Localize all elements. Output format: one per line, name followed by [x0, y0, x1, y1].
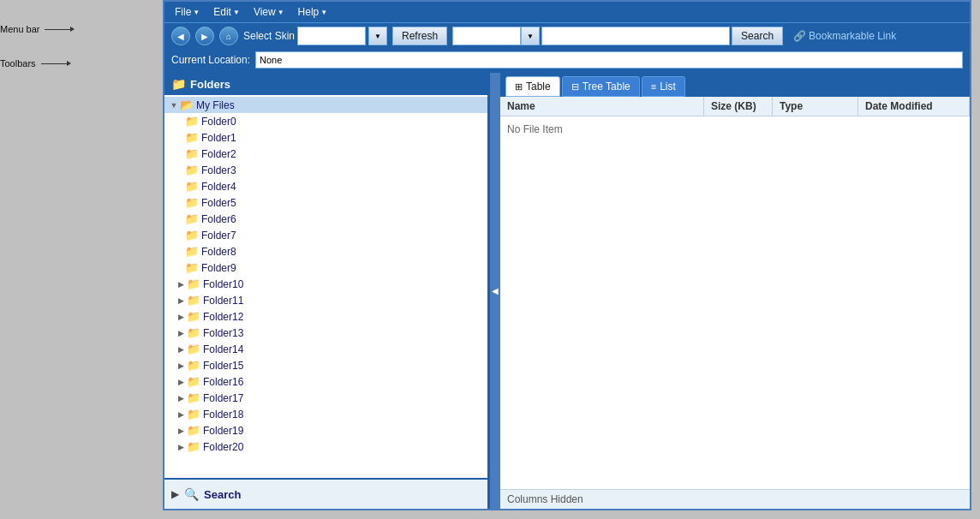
right-panel: ⊞ Table ⊟ Tree Table ≡ List Name [500, 73, 970, 509]
list-item[interactable]: ▶📁Folder17 [164, 390, 487, 406]
list-item[interactable]: 📁Folder2 [164, 146, 487, 162]
bookmark-link-label: Bookmarkable Link [809, 30, 896, 42]
folder-toggle[interactable]: ▶ [175, 409, 187, 421]
tab-list[interactable]: ≡ List [642, 76, 685, 97]
tree-container[interactable]: ▼ 📂 My Files 📁Folder0 📁Folder1 📁Folder2 … [164, 95, 487, 478]
folder-toggle[interactable]: ▶ [175, 376, 187, 388]
tab-tree-table[interactable]: ⊟ Tree Table [562, 76, 640, 97]
toolbars-connector [41, 61, 71, 66]
list-item[interactable]: ▶📁Folder15 [164, 357, 487, 373]
root-folder-icon: 📂 [180, 98, 194, 111]
root-toggle[interactable]: ▼ [168, 99, 180, 111]
menu-help-arrow: ▼ [320, 9, 327, 16]
list-item[interactable]: 📁Folder5 [164, 194, 487, 211]
location-input[interactable] [255, 51, 963, 69]
menu-bar-line [45, 29, 70, 30]
folder-icon: 📁 [187, 408, 200, 421]
folder-toggle[interactable]: ▶ [175, 425, 187, 437]
content-area: 📁 Folders ▼ 📂 My Files 📁Folder0 📁Folder1… [164, 73, 970, 509]
toolbars-arrow [67, 61, 71, 66]
table-header: Name Size (KB) Type Date Modified [500, 97, 970, 116]
folder-icon: 📁 [185, 229, 199, 242]
menu-view-arrow: ▼ [278, 9, 284, 16]
search-category-dropdown[interactable]: ▼ [521, 27, 540, 45]
bookmark-link[interactable]: 🔗 Bookmarkable Link [793, 30, 896, 42]
folder-icon: 📁 [187, 424, 200, 437]
folder-toggle[interactable]: ▶ [175, 327, 187, 339]
list-item[interactable]: 📁Folder4 [164, 178, 487, 194]
col-header-type[interactable]: Type [773, 97, 858, 116]
columns-hidden-text: Columns Hidden [507, 493, 583, 505]
list-item[interactable]: 📁Folder3 [164, 162, 487, 178]
menu-view-label: View [254, 6, 276, 18]
folder-icon: 📁 [185, 115, 199, 128]
location-bar: Current Location: [164, 49, 970, 73]
tree-root[interactable]: ▼ 📂 My Files [164, 97, 487, 113]
select-skin-dropdown-btn[interactable]: ▼ [368, 27, 387, 45]
no-file-text: No File Item [507, 123, 563, 135]
list-item[interactable]: 📁Folder8 [164, 243, 487, 260]
app-outer: Menu bar Toolbars File ▼ Edit ▼ [0, 0, 980, 519]
menu-edit-label: Edit [213, 6, 231, 18]
search-category-input[interactable] [452, 27, 521, 45]
list-item[interactable]: 📁Folder0 [164, 113, 487, 129]
folder-toggle[interactable]: ▶ [175, 295, 187, 307]
search-text-input[interactable] [541, 27, 730, 45]
folder-toggle[interactable]: ▶ [175, 311, 187, 323]
root-label: My Files [196, 99, 235, 111]
list-item[interactable]: ▶📁Folder11 [164, 292, 487, 308]
folder-toggle[interactable]: ▶ [175, 392, 187, 404]
forward-button[interactable]: ▶ [195, 27, 214, 45]
folders-icon: 📁 [171, 77, 186, 91]
menu-help[interactable]: Help ▼ [295, 4, 332, 20]
list-item[interactable]: 📁Folder9 [164, 260, 487, 276]
col-header-name[interactable]: Name [500, 97, 704, 116]
list-item[interactable]: ▶📁Folder10 [164, 276, 487, 292]
menu-file-arrow: ▼ [193, 9, 200, 16]
tab-list-label: List [660, 81, 676, 92]
list-item[interactable]: ▶📁Folder12 [164, 308, 487, 325]
link-icon: 🔗 [793, 30, 806, 42]
columns-hidden-bar: Columns Hidden [500, 489, 970, 509]
main-window: File ▼ Edit ▼ View ▼ Help ▼ ◀ ▶ ⌂ Select… [163, 0, 971, 510]
home-button[interactable]: ⌂ [219, 27, 238, 45]
toolbar-row1: ◀ ▶ ⌂ Select Skin ▼ Refresh ▼ Search 🔗 B… [164, 22, 970, 49]
folder-toggle[interactable]: ▶ [175, 343, 187, 355]
folders-label: Folders [190, 78, 230, 91]
folder-toggle[interactable]: ▶ [175, 278, 187, 290]
back-button[interactable]: ◀ [171, 27, 190, 45]
search-section-label: Search [204, 488, 241, 501]
list-icon: ≡ [651, 81, 656, 92]
list-item[interactable]: ▶📁Folder19 [164, 422, 487, 438]
menu-view[interactable]: View ▼ [250, 4, 288, 20]
list-item[interactable]: 📁Folder6 [164, 211, 487, 227]
col-header-size[interactable]: Size (KB) [704, 97, 773, 116]
list-item[interactable]: ▶📁Folder20 [164, 438, 487, 455]
list-item[interactable]: ▶📁Folder14 [164, 341, 487, 357]
folder-toggle[interactable]: ▶ [175, 441, 187, 453]
menu-bar-arrow [70, 27, 75, 32]
collapse-handle[interactable]: ◀ [490, 73, 500, 509]
select-skin-input[interactable] [297, 27, 366, 45]
folder-toggle[interactable]: ▶ [175, 360, 187, 372]
list-item[interactable]: ▶📁Folder16 [164, 373, 487, 390]
menu-bar-label: Menu bar [0, 24, 39, 34]
toolbars-label: Toolbars [0, 58, 36, 69]
list-item[interactable]: 📁Folder1 [164, 129, 487, 146]
menu-edit[interactable]: Edit ▼ [210, 4, 243, 20]
location-label: Current Location: [171, 54, 250, 66]
menu-file-label: File [175, 6, 191, 18]
list-item[interactable]: ▶📁Folder13 [164, 325, 487, 341]
tab-table[interactable]: ⊞ Table [505, 76, 560, 97]
list-item[interactable]: ▶📁Folder18 [164, 406, 487, 422]
refresh-button[interactable]: Refresh [392, 27, 447, 45]
table-icon: ⊞ [515, 81, 523, 92]
menu-file[interactable]: File ▼ [171, 4, 203, 20]
col-header-date[interactable]: Date Modified [858, 97, 970, 116]
search-expand-arrow: ▶ [171, 488, 179, 500]
folder-icon: 📁 [185, 164, 199, 176]
list-item[interactable]: 📁Folder7 [164, 227, 487, 243]
search-section[interactable]: ▶ 🔍 Search [164, 478, 487, 509]
search-button[interactable]: Search [732, 27, 783, 45]
folder-icon: 📁 [185, 131, 199, 144]
